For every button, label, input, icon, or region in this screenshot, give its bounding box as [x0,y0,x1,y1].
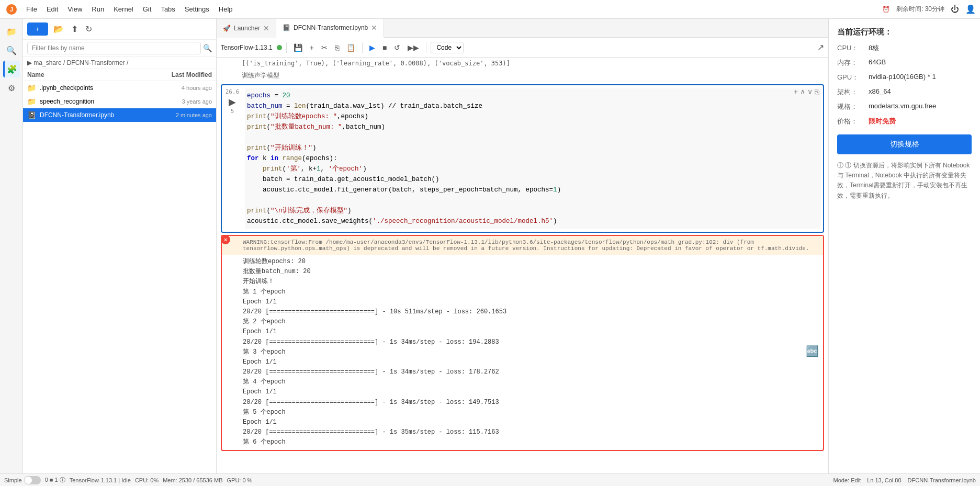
menu-tabs[interactable]: Tabs [156,3,179,15]
output-warning-text: WARNING:tensorflow:From /home/ma-user/an… [222,236,823,255]
cell-type-select[interactable]: Code [431,42,464,53]
cell-action-down[interactable]: ∨ [807,87,813,96]
file-item-checkpoints[interactable]: 📁 .ipynb_checkpoints 4 hours ago [23,81,216,95]
menu-help[interactable]: Help [215,3,237,15]
notebook-content: [('is_training', True), ('learning_rate'… [217,58,828,473]
files-icon[interactable]: 📁 [3,23,20,40]
gpu-status: GPU: 0 % [227,477,252,483]
timer-icon: ⏰ [882,6,890,13]
ln-col-status: Ln 13, Col 80 [867,477,901,483]
cell-code-content[interactable]: epochs = 20 batch_num = len(train_data.w… [243,85,823,232]
status-right: Mode: Edit Ln 13, Col 80 DFCNN-Transform… [833,477,976,483]
cell-run-button[interactable]: ▶ [229,96,236,108]
file-name: .ipynb_checkpoints [40,84,144,92]
info-row-cpu: CPU： 8核 [837,43,972,53]
kernel-status: 0 ■ 1 ⓘ [45,476,65,484]
mode-toggle[interactable]: Simple [4,476,41,484]
simple-toggle[interactable] [24,476,41,484]
paste-button[interactable]: 📋 [344,42,358,53]
switch-spec-button[interactable]: 切换规格 [837,134,972,154]
breadcrumb[interactable]: ▶ ma_share / DFCNN-Transformer / [23,57,216,69]
mem-status: Mem: 2530 / 65536 MB [163,477,222,483]
add-cell-button[interactable]: + [307,42,317,53]
env-status: TensorFlow-1.13.1 | Idle [70,477,131,483]
spec-value: modelarts.vm.gpu.free [869,102,936,110]
output-cell-warning: ✕ WARNING:tensorflow:From /home/ma-user/… [221,235,824,451]
search-bar: 🔍 [23,40,216,57]
menu-right: ⏰ 剩余时间: 30分钟 ⏻ 👤 [882,4,976,14]
menu-view[interactable]: View [63,3,86,15]
search-input[interactable] [27,42,201,54]
settings-icon[interactable]: ⚙ [3,80,20,96]
tab-bar: 🚀 Launcher ✕ 📓 DFCNN-Transformer.ipynb ✕ [217,19,828,38]
stop-button[interactable]: ■ [380,42,389,53]
cell-action-up[interactable]: ∧ [800,87,805,96]
menu-git[interactable]: Git [139,3,156,15]
user-icon[interactable]: 👤 [965,4,976,14]
restart-button[interactable]: ↺ [391,42,403,53]
refresh-icon-btn[interactable]: ↻ [83,22,94,36]
file-browser: + 📂 ⬆ ↻ 🔍 ▶ ma_share / DFCNN-Transformer… [23,19,217,473]
fast-forward-button[interactable]: ▶▶ [405,42,422,53]
toggle-knob [25,477,32,484]
tab-launcher[interactable]: 🚀 Launcher ✕ [217,19,276,38]
menu-edit[interactable]: Edit [42,3,62,15]
price-value: 限时免费 [869,117,896,126]
file-modified: 2 minutes ago [144,112,212,118]
run-button[interactable]: ▶ [367,42,378,53]
info-row-price: 价格： 限时免费 [837,117,972,126]
menu-file[interactable]: File [22,3,41,15]
folder-icon: 📁 [27,84,37,92]
notebook-toolbar: TensorFlow-1.13.1 💾 + ✂ ⎘ 📋 ▶ ■ ↺ ▶▶ Cod… [217,38,828,58]
cell-action-add[interactable]: + [794,87,798,96]
notebook-area: 🚀 Launcher ✕ 📓 DFCNN-Transformer.ipynb ✕… [217,19,828,473]
file-name: speech_recognition [40,98,144,105]
extension-icon[interactable]: 🧩 [3,61,20,77]
env-label: TensorFlow-1.13.1 [221,44,273,51]
file-item-speech[interactable]: 📁 speech_recognition 3 years ago [23,95,216,108]
activity-bar: 📁 🔍 🧩 ⚙ [0,19,23,473]
output-error-icon[interactable]: ✕ [221,235,230,244]
save-button[interactable]: 💾 [291,42,305,53]
new-button[interactable]: + [27,22,48,36]
cut-button[interactable]: ✂ [319,42,330,53]
info-row-gpu: GPU： nvidia-p100(16GB) * 1 [837,73,972,82]
menu-settings[interactable]: Settings [181,3,213,15]
menu-bar: J File Edit View Run Kernel Git Tabs Set… [0,0,980,19]
power-icon[interactable]: ⏻ [951,5,959,14]
tab-notebook[interactable]: 📓 DFCNN-Transformer.ipynb ✕ [276,19,384,38]
gpu-value: nvidia-p100(16GB) * 1 [869,73,936,81]
code-cell-main[interactable]: 26.6 ▶ 5 epochs = 20 batch_num = len(tra… [221,84,824,233]
tab-label: DFCNN-Transformer.ipynb [294,24,368,31]
cpu-status: CPU: 0% [135,477,159,483]
arch-value: x86_64 [869,87,891,95]
right-panel-title: 当前运行环境： [837,27,972,37]
app-logo: J [4,2,19,17]
timer-display: 剩余时间: 30分钟 [896,5,944,14]
status-bar: Simple 0 ■ 1 ⓘ TensorFlow-1.13.1 | Idle … [0,473,980,486]
file-item-notebook[interactable]: 📓 DFCNN-Transformer.ipynb 2 minutes ago [23,108,216,122]
file-list: 📁 .ipynb_checkpoints 4 hours ago 📁 speec… [23,81,216,473]
col-name-header: Name [27,71,139,78]
mem-value: 64GB [869,58,886,66]
gpu-label: GPU： [837,73,869,82]
tab-close-notebook[interactable]: ✕ [371,24,377,31]
menu-run[interactable]: Run [87,3,108,15]
output-training-text: 训练轮数epochs: 20 批数量batch_num: 20 开始训练！ 第 … [222,255,823,450]
status-left: Simple 0 ■ 1 ⓘ TensorFlow-1.13.1 | Idle … [4,476,252,484]
copy-button[interactable]: ⎘ [332,42,342,53]
cell-sidebar: 26.6 ▶ 5 [222,85,243,232]
download-icon-btn[interactable]: ⬆ [69,22,80,36]
upload-icon-btn[interactable]: 📂 [51,22,66,36]
search-icon: 🔍 [203,44,212,52]
menu-kernel[interactable]: Kernel [109,3,138,15]
cell-action-copy[interactable]: ⎘ [815,87,819,96]
cell-number2: 5 [231,108,234,115]
tab-close-launcher[interactable]: ✕ [263,25,269,32]
spec-label: 规格： [837,102,869,111]
share-button[interactable]: ↗ [817,42,824,52]
info-row-mem: 内存： 64GB [837,58,972,67]
search-icon[interactable]: 🔍 [3,42,20,59]
translate-icon[interactable]: 🔤 [806,344,819,360]
code-block: epochs = 20 batch_num = len(train_data.w… [245,88,821,229]
